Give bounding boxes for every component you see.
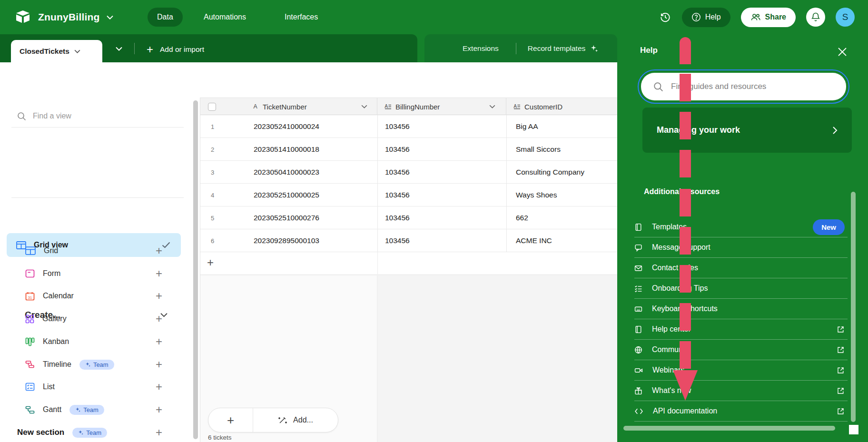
column-header-billingnumber[interactable]: A BillingNumber [377, 98, 506, 115]
create-item-form[interactable]: Form + [25, 265, 182, 282]
column-header-customerid[interactable]: A CustomerID [506, 98, 617, 115]
app-title-chevron-down-icon[interactable] [107, 15, 113, 20]
help-item-help-center[interactable]: Help center [634, 319, 848, 340]
help-item-whats-new[interactable]: What's new [634, 381, 848, 401]
create-item-list[interactable]: List + [25, 379, 182, 395]
table-row[interactable]: 4 2023052510000025 103456 Ways Shoes [200, 184, 617, 206]
column-header-ticketnumber[interactable]: A TicketNumber [200, 98, 377, 115]
cell-customerid[interactable]: Ways Shoes [516, 184, 557, 206]
column-chevron-down-icon[interactable] [489, 105, 495, 108]
cell-ticketnumber[interactable]: 2023052410000024 [254, 115, 319, 138]
records-grid: A TicketNumber A BillingNumber A Custome… [200, 98, 617, 442]
share-button[interactable]: Share [741, 8, 796, 27]
create-item-gallery[interactable]: Gallery + [25, 311, 182, 327]
nav-tab-interfaces[interactable]: Interfaces [275, 8, 327, 27]
help-item-message-support[interactable]: Message support [634, 237, 848, 258]
extensions-button[interactable]: Extensions [424, 44, 516, 53]
search-icon [17, 112, 26, 121]
add-or-import-button[interactable]: + Add or import [147, 43, 204, 56]
strip-divider [134, 43, 135, 54]
table-tab-chevron-down-icon[interactable] [74, 49, 80, 53]
external-link-icon [837, 366, 845, 374]
help-button[interactable]: Help [682, 8, 730, 27]
user-avatar[interactable]: S [836, 8, 855, 27]
add-view-plus-icon[interactable]: + [156, 244, 162, 257]
create-item-grid[interactable]: Grid + [25, 243, 182, 259]
people-icon [750, 13, 761, 21]
create-item-gantt[interactable]: Gantt Team + [25, 402, 182, 418]
cell-billingnumber[interactable]: 103456 [385, 161, 410, 184]
table-tab-label: ClosedTickets [20, 47, 69, 56]
find-view-search[interactable] [17, 109, 174, 123]
help-item-webinars[interactable]: Webinars [634, 360, 848, 381]
add-view-plus-icon[interactable]: + [156, 380, 162, 393]
add-view-plus-icon[interactable]: + [156, 289, 162, 303]
tables-list-chevron-down-icon[interactable] [116, 47, 122, 51]
cell-customerid[interactable]: ACME INC [516, 229, 552, 252]
nav-tab-data[interactable]: Data [148, 8, 183, 27]
column-chevron-down-icon[interactable] [361, 105, 367, 108]
add-section-plus-icon[interactable]: + [156, 426, 162, 439]
keyboard-icon [634, 305, 642, 313]
find-view-input[interactable] [33, 112, 147, 120]
help-vertical-scrollbar[interactable] [851, 192, 856, 422]
cell-billingnumber[interactable]: 103456 [385, 138, 410, 161]
cell-ticketnumber[interactable]: 2023092895000103 [254, 229, 319, 252]
table-row[interactable]: 1 2023052410000024 103456 Big AA [200, 115, 617, 138]
close-icon[interactable] [837, 47, 848, 57]
help-item-keyboard-shortcuts[interactable]: Keyboard shortcuts [634, 299, 848, 319]
table-row[interactable]: 6 2023092895000103 103456 ACME INC [200, 229, 617, 252]
history-icon[interactable] [659, 11, 671, 23]
add-view-plus-icon[interactable]: + [156, 312, 162, 325]
help-item-onboarding-tips[interactable]: Onboarding Tips [634, 278, 848, 299]
help-item-templates[interactable]: Templates New [634, 217, 848, 237]
add-view-plus-icon[interactable]: + [156, 358, 162, 371]
managing-your-work-card[interactable]: Managing your work [642, 108, 852, 153]
table-row[interactable]: 5 2023052510000276 103456 662 [200, 206, 617, 229]
add-view-plus-icon[interactable]: + [156, 267, 162, 280]
globe-icon [634, 346, 642, 354]
search-icon [653, 82, 663, 92]
help-item-community[interactable]: Community [634, 340, 848, 360]
create-item-timeline[interactable]: Timeline Team + [25, 356, 182, 373]
add-view-plus-icon[interactable]: + [156, 335, 162, 348]
help-item-api-documentation[interactable]: API documentation [634, 401, 848, 422]
help-search[interactable] [641, 73, 846, 100]
help-search-input[interactable] [671, 82, 828, 91]
help-item-contact-sales[interactable]: Contact sales [634, 258, 848, 278]
table-tab-closedtickets[interactable]: ClosedTickets [11, 40, 102, 62]
create-item-kanban[interactable]: Kanban + [25, 334, 182, 350]
sidebar-scrollbar[interactable] [193, 100, 198, 439]
team-badge: Team [72, 428, 107, 438]
cell-customerid[interactable]: Small Siccors [516, 138, 561, 161]
cell-ticketnumber[interactable]: 2023052510000025 [254, 184, 319, 206]
arrow-segment [680, 341, 691, 369]
external-link-icon [837, 325, 845, 334]
cell-ticketnumber[interactable]: 2023052510000276 [254, 206, 319, 229]
nav-tab-automations[interactable]: Automations [194, 8, 256, 27]
add-record-row[interactable]: + [200, 252, 617, 275]
cell-billingnumber[interactable]: 103456 [385, 184, 410, 206]
record-templates-button[interactable]: Record templates [516, 44, 590, 53]
help-item-label: API documentation [653, 407, 717, 415]
table-row[interactable]: 3 2023050410000023 103456 Consulting Com… [200, 161, 617, 184]
row-number: 3 [211, 161, 214, 184]
add-view-plus-icon[interactable]: + [156, 403, 162, 416]
table-row[interactable]: 2 2023051410000018 103456 Small Siccors [200, 138, 617, 161]
help-horizontal-scrollbar[interactable] [623, 426, 835, 431]
add-with-ai-button[interactable]: Add... [253, 408, 338, 432]
cell-billingnumber[interactable]: 103456 [385, 206, 410, 229]
add-record-button[interactable]: + [208, 408, 253, 432]
create-item-calendar[interactable]: 31 Calendar + [25, 288, 182, 304]
cell-customerid[interactable]: Big AA [516, 115, 538, 138]
cell-customerid[interactable]: 662 [516, 206, 528, 229]
cell-billingnumber[interactable]: 103456 [385, 115, 410, 138]
cell-ticketnumber[interactable]: 2023050410000023 [254, 161, 319, 184]
create-item-label: New section [17, 428, 64, 437]
cell-billingnumber[interactable]: 103456 [385, 229, 410, 252]
app-title[interactable]: ZnunyBilling [38, 11, 100, 23]
notifications-button[interactable] [806, 8, 825, 27]
create-item-new-section[interactable]: New section Team + [17, 424, 174, 441]
cell-customerid[interactable]: Consulting Company [516, 161, 584, 184]
cell-ticketnumber[interactable]: 2023051410000018 [254, 138, 319, 161]
